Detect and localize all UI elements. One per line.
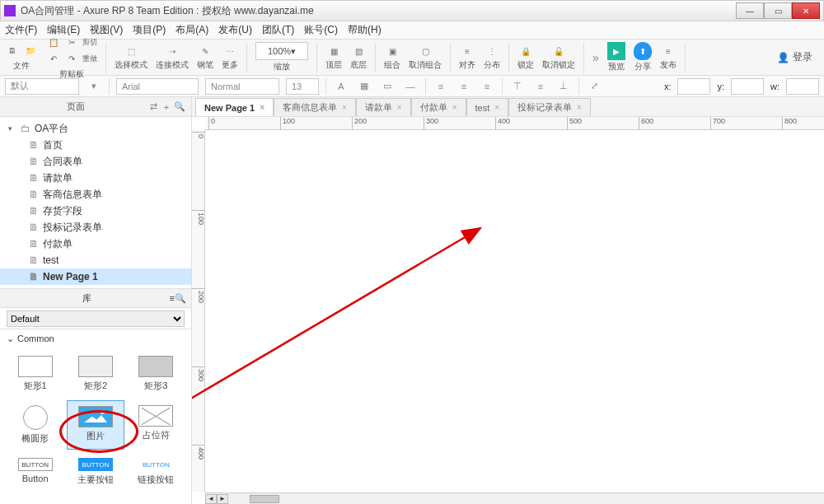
scroll-right-icon[interactable]: ► <box>217 494 228 504</box>
overflow-button[interactable]: » <box>592 51 599 64</box>
vertical-ruler: 0100200300400 <box>192 130 205 492</box>
paste-icon[interactable]: 📋 <box>46 35 61 50</box>
tree-item[interactable]: 🗎客商信息表单 <box>0 186 191 203</box>
valign-top-icon[interactable]: ⊤ <box>509 78 526 95</box>
library-item-circle[interactable]: 椭圆形 <box>7 400 63 450</box>
tab[interactable]: 付款单× <box>411 98 466 116</box>
tree-item[interactable]: 🗎存货字段 <box>0 203 191 219</box>
tab[interactable]: test× <box>466 98 509 116</box>
minimize-button[interactable]: — <box>736 2 764 19</box>
tree-item[interactable]: 🗎请款单 <box>0 170 191 186</box>
connect-mode-button[interactable]: ⇢连接模式 <box>156 44 189 71</box>
font-size-select[interactable]: 13 <box>286 78 319 95</box>
close-tab-icon[interactable]: × <box>577 103 582 112</box>
align-left-icon[interactable]: ≡ <box>433 78 449 95</box>
library-item-placeholder[interactable]: 占位符 <box>128 400 185 450</box>
text-color-icon[interactable]: A <box>333 78 349 95</box>
select-mode-button[interactable]: ⬚选择模式 <box>115 44 147 71</box>
maximize-button[interactable]: ▭ <box>764 2 792 19</box>
tree-item[interactable]: 🗎投标记录表单 <box>0 219 191 236</box>
line-style-icon[interactable]: — <box>402 78 419 95</box>
add-page-icon[interactable]: + <box>160 100 173 114</box>
pen-button[interactable]: ✎钢笔 <box>197 44 213 71</box>
zoom-select[interactable]: 100% ▾ <box>255 42 308 60</box>
bring-front-button[interactable]: ▦顶层 <box>325 44 342 71</box>
autosize-icon[interactable]: ⤢ <box>586 78 602 95</box>
library-dropdown[interactable]: Default <box>7 310 185 327</box>
library-item-btnpri[interactable]: BUTTON主要按钮 <box>67 453 124 491</box>
close-button[interactable]: ✕ <box>792 2 820 19</box>
redo-icon[interactable]: ↷ <box>64 52 79 67</box>
share-button[interactable]: ⬆分享 <box>634 42 652 72</box>
x-input[interactable] <box>677 78 710 95</box>
style-dropdown-icon[interactable]: ▾ <box>86 78 102 95</box>
style-preset-select[interactable]: 默认 <box>5 78 79 95</box>
menu-help[interactable]: 帮助(H) <box>348 23 382 37</box>
scroll-thumb[interactable] <box>250 495 279 503</box>
tree-root[interactable]: ▾ 🗀 OA平台 <box>0 120 191 137</box>
library-item-rect3[interactable]: 矩形3 <box>128 351 185 397</box>
page-search-icon[interactable]: 🔍 <box>173 100 186 114</box>
canvas[interactable] <box>205 130 824 492</box>
new-file-icon[interactable]: 🗎 <box>5 44 20 58</box>
library-search-icon[interactable]: 🔍 <box>175 293 186 304</box>
library-item-btn[interactable]: BUTTONButton <box>7 453 63 491</box>
close-tab-icon[interactable]: × <box>397 103 402 112</box>
font-weight-select[interactable]: Normal <box>205 78 279 95</box>
tree-item[interactable]: 🗎New Page 1 <box>0 268 191 285</box>
close-tab-icon[interactable]: × <box>342 103 347 112</box>
tab[interactable]: 投标记录表单× <box>508 98 591 116</box>
more-button[interactable]: ⋯更多 <box>222 44 238 71</box>
align-button[interactable]: ≡对齐 <box>459 44 475 71</box>
y-input[interactable] <box>731 78 764 95</box>
library-item-btnlink[interactable]: BUTTON链接按钮 <box>128 453 185 491</box>
distribute-button[interactable]: ⋮分布 <box>484 44 500 71</box>
library-item-rect1[interactable]: 矩形1 <box>7 351 63 397</box>
w-input[interactable] <box>786 78 819 95</box>
tree-item[interactable]: 🗎合同表单 <box>0 153 191 170</box>
tab[interactable]: New Page 1× <box>195 98 274 116</box>
menu-layout[interactable]: 布局(A) <box>176 23 208 37</box>
ungroup-button[interactable]: ▢取消组合 <box>409 44 442 71</box>
preview-button[interactable]: ▶预览 <box>607 42 625 72</box>
send-back-button[interactable]: ▧底层 <box>350 44 367 71</box>
close-tab-icon[interactable]: × <box>452 103 457 112</box>
cut-icon[interactable]: ✂ <box>64 35 79 50</box>
valign-bot-icon[interactable]: ⊥ <box>555 78 572 95</box>
open-folder-icon[interactable]: 📁 <box>23 44 38 58</box>
align-right-icon[interactable]: ≡ <box>479 78 495 95</box>
page-icon: 🗎 <box>28 172 40 184</box>
publish-button[interactable]: ≡发布 <box>660 44 677 71</box>
horizontal-scrollbar[interactable]: ◄ ► <box>205 492 824 504</box>
valign-mid-icon[interactable]: ≡ <box>532 78 549 95</box>
menu-team[interactable]: 团队(T) <box>262 23 294 37</box>
menu-project[interactable]: 项目(P) <box>133 23 166 37</box>
scroll-left-icon[interactable]: ◄ <box>205 494 217 504</box>
fill-color-icon[interactable]: ▦ <box>356 78 372 95</box>
menu-account[interactable]: 账号(C) <box>304 23 338 37</box>
library-category[interactable]: ⌄ Common <box>0 329 191 348</box>
tree-item[interactable]: 🗎首页 <box>0 137 191 153</box>
undo-icon[interactable]: ↶ <box>46 52 61 67</box>
menu-publish[interactable]: 发布(U) <box>218 23 252 37</box>
menu-file[interactable]: 文件(F) <box>5 23 37 37</box>
unlock-button[interactable]: 🔓取消锁定 <box>542 44 575 71</box>
align-center-icon[interactable]: ≡ <box>456 78 472 95</box>
close-tab-icon[interactable]: × <box>260 103 265 112</box>
page-options-icon[interactable]: ⇄ <box>147 100 160 114</box>
lock-button[interactable]: 🔒锁定 <box>517 44 534 71</box>
collapse-icon[interactable]: ▾ <box>8 124 16 133</box>
border-icon[interactable]: ▭ <box>379 78 396 95</box>
close-tab-icon[interactable]: × <box>494 103 499 112</box>
toolbar-file-group[interactable]: 🗎 📁 文件 <box>5 44 38 72</box>
library-item-rect2[interactable]: 矩形2 <box>67 351 124 397</box>
group-button[interactable]: ▣组合 <box>384 44 400 71</box>
tree-item[interactable]: 🗎test <box>0 252 191 268</box>
toolbar-clipboard-group[interactable]: 📋 ✂ 剪切 ↶ ↷ 重做 剪贴板 <box>46 35 97 80</box>
library-item-image[interactable]: 图片 <box>67 400 124 450</box>
tree-item[interactable]: 🗎付款单 <box>0 236 191 252</box>
tab[interactable]: 请款单× <box>356 98 411 116</box>
tab[interactable]: 客商信息表单× <box>274 98 356 116</box>
font-family-select[interactable]: Arial <box>116 78 199 95</box>
login-button[interactable]: 👤登录 <box>777 50 812 64</box>
